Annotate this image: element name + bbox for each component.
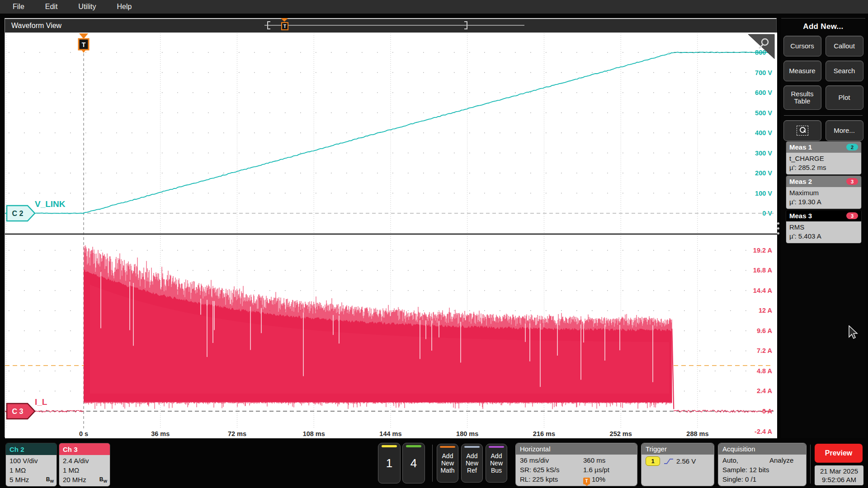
- svg-text:200 V: 200 V: [755, 169, 772, 177]
- plot-button[interactable]: Plot: [826, 85, 863, 110]
- menu-edit[interactable]: Edit: [45, 3, 58, 11]
- svg-text:14.4 A: 14.4 A: [753, 287, 773, 294]
- svg-text:C 2: C 2: [12, 210, 24, 217]
- zoom-select-button[interactable]: [783, 120, 821, 141]
- svg-text:100 V: 100 V: [755, 190, 772, 197]
- trigger-triangle-icon: [281, 18, 288, 22]
- zoom-window-left-bracket[interactable]: [267, 21, 270, 29]
- datetime-display: 21 Mar 2025 9:52:06 AM: [815, 465, 863, 485]
- svg-text:72 ms: 72 ms: [228, 430, 246, 437]
- time-text: 9:52:06 AM: [822, 475, 856, 484]
- zoom-window-right-bracket[interactable]: [464, 21, 467, 29]
- menu-bar: File Edit Utility Help: [0, 0, 868, 14]
- trigger-panel[interactable]: Trigger 1 2.56 V: [641, 443, 714, 486]
- panel-drag-handle[interactable]: [777, 222, 781, 235]
- magnifier-select-icon: [797, 126, 808, 136]
- waveform-title-bar: Waveform View T: [5, 19, 776, 33]
- acquisition-analyze: Analyze: [769, 455, 793, 465]
- meas2-badge[interactable]: Meas 2 3 Maximum µ': 19.30 A: [786, 175, 862, 209]
- svg-text:9.6 A: 9.6 A: [757, 327, 773, 334]
- waveform-plot[interactable]: 800 V700 V600 V500 V400 V300 V200 V100 V…: [5, 33, 777, 438]
- panel-separator: [784, 115, 863, 116]
- svg-text:V_LINK: V_LINK: [35, 199, 66, 209]
- channel2-header: Ch 2: [6, 443, 57, 455]
- horizontal-window: 360 ms: [583, 455, 605, 465]
- acquisition-title: Acquisition: [718, 443, 806, 455]
- toolbar-divider-2: [810, 445, 811, 483]
- acquisition-mode: Auto,: [722, 455, 769, 465]
- svg-text:36 ms: 36 ms: [151, 430, 170, 437]
- meas3-label: RMS: [789, 223, 858, 232]
- meas3-value: µ': 5.403 A: [789, 232, 858, 241]
- svg-text:7.2 A: 7.2 A: [757, 347, 773, 354]
- add-new-ref-button[interactable]: Add New Ref: [461, 444, 483, 483]
- meas3-source-badge: 3: [846, 212, 858, 219]
- oscilloscope-screen: File Edit Utility Help Waveform View T 8…: [0, 0, 868, 488]
- acquisition-panel[interactable]: Acquisition Auto, Analyze Sample: 12 bit…: [718, 443, 807, 486]
- horizontal-position-bar[interactable]: [264, 25, 524, 26]
- svg-text:216 ms: 216 ms: [533, 430, 555, 437]
- channel3-badge[interactable]: Ch 3 2.4 A/div 1 MΩ 20 MHz BW: [59, 443, 110, 487]
- trigger-position-icon: T: [583, 478, 590, 484]
- measure-button[interactable]: Measure: [783, 61, 821, 81]
- search-button[interactable]: Search: [826, 61, 863, 81]
- menu-utility[interactable]: Utility: [78, 3, 96, 11]
- rising-edge-icon: [664, 458, 674, 465]
- horizontal-panel[interactable]: Horizontal 36 ms/div 360 ms SR: 625 kS/s…: [515, 443, 637, 486]
- meas1-source-badge: 2: [846, 144, 858, 150]
- zoom-factor-4-button[interactable]: 4: [402, 443, 425, 483]
- meas1-label: t_CHARGE: [789, 154, 858, 163]
- add-new-math-button[interactable]: Add New Math: [437, 444, 458, 483]
- menu-file[interactable]: File: [13, 3, 24, 11]
- results-bar: Add New... Cursors Callout Measure Searc…: [781, 18, 865, 438]
- svg-text:2.4 A: 2.4 A: [757, 387, 773, 394]
- meas2-value: µ': 19.30 A: [789, 197, 858, 206]
- channel3-impedance: 1 MΩ: [63, 465, 107, 475]
- svg-text:144 ms: 144 ms: [379, 430, 401, 437]
- svg-text:252 ms: 252 ms: [610, 430, 632, 437]
- meas1-badge[interactable]: Meas 1 2 t_CHARGE µ': 285.2 ms: [786, 141, 862, 175]
- callout-button[interactable]: Callout: [826, 36, 863, 56]
- svg-text:288 ms: 288 ms: [686, 430, 708, 437]
- record-length: RL: 225 kpts: [520, 474, 583, 484]
- channel2-badge[interactable]: Ch 2 100 V/div 1 MΩ 5 MHz BW: [5, 443, 57, 487]
- meas2-label: Maximum: [789, 188, 858, 197]
- svg-text:T: T: [82, 41, 86, 48]
- svg-text:400 V: 400 V: [755, 129, 772, 136]
- cursors-button[interactable]: Cursors: [783, 36, 821, 56]
- waveform-window: Waveform View T 800 V700 V600 V500 V400 …: [5, 18, 777, 437]
- ref-color-bar: [464, 446, 480, 448]
- menu-help[interactable]: Help: [117, 3, 132, 11]
- meas2-source-badge: 3: [846, 178, 858, 185]
- bus-color-bar: [489, 446, 504, 448]
- svg-text:4.8 A: 4.8 A: [757, 367, 773, 375]
- channel2-impedance: 1 MΩ: [9, 465, 54, 475]
- svg-text:300 V: 300 V: [755, 150, 772, 157]
- trigger-position-pct: 10%: [592, 475, 605, 483]
- results-table-button[interactable]: Results Table: [783, 85, 821, 110]
- svg-text:16.8 A: 16.8 A: [753, 267, 773, 274]
- svg-text:600 V: 600 V: [755, 89, 772, 96]
- yellow-indicator-bar: [382, 445, 397, 447]
- svg-text:-2.4 A: -2.4 A: [755, 428, 772, 435]
- channel2-scale: 100 V/div: [9, 456, 54, 465]
- add-new-title: Add New...: [781, 22, 865, 31]
- svg-text:19.2 A: 19.2 A: [753, 247, 773, 254]
- trigger-position-marker[interactable]: T: [280, 18, 289, 32]
- svg-text:0 V: 0 V: [762, 210, 772, 217]
- svg-text:180 ms: 180 ms: [456, 430, 478, 437]
- meas3-badge[interactable]: Meas 3 3 RMS µ': 5.403 A: [786, 210, 862, 244]
- svg-text:12 A: 12 A: [759, 307, 773, 314]
- acquisition-single: Single: 0 /1: [722, 474, 756, 484]
- more-button[interactable]: More...: [826, 120, 863, 141]
- add-new-bus-button[interactable]: Add New Bus: [486, 444, 507, 483]
- waveform-view-title: Waveform View: [11, 22, 61, 30]
- bandwidth-limit-icon: BW: [99, 476, 107, 483]
- svg-text:500 V: 500 V: [755, 109, 772, 117]
- meas2-name: Meas 2: [789, 178, 812, 185]
- trigger-source-badge: 1: [646, 456, 660, 466]
- svg-text:C 3: C 3: [12, 408, 24, 415]
- channel3-header: Ch 3: [59, 443, 110, 455]
- preview-button[interactable]: Preview: [815, 444, 863, 463]
- zoom-factor-1-button[interactable]: 1: [378, 443, 401, 483]
